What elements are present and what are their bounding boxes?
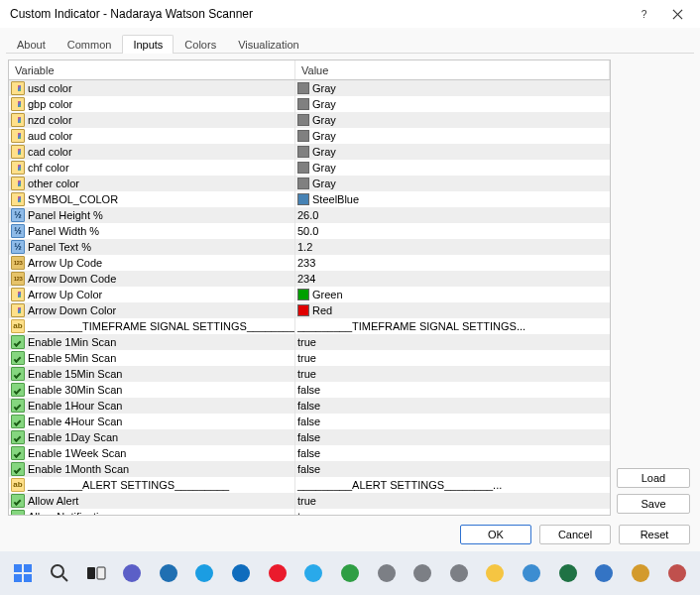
opera-icon[interactable] [264, 559, 291, 587]
table-row[interactable]: Allow Alerttrue [9, 493, 610, 509]
tab-common[interactable]: Common [57, 35, 123, 54]
table-row[interactable]: Arrow Down ColorRed [9, 302, 610, 318]
ok-button[interactable]: OK [460, 525, 531, 544]
chrome-icon[interactable] [482, 559, 509, 587]
variable-name: Panel Width % [28, 225, 99, 237]
reset-button[interactable]: Reset [619, 525, 690, 544]
value-cell[interactable]: Gray [295, 80, 610, 96]
svg-line-8 [62, 576, 67, 581]
telegram-icon[interactable] [300, 559, 327, 587]
table-row[interactable]: Enable 5Min Scantrue [9, 350, 610, 366]
value-cell[interactable]: false [295, 414, 610, 429]
table-row[interactable]: Panel Height %26.0 [9, 207, 610, 223]
table-row[interactable]: nzd colorGray [9, 112, 610, 128]
table-row[interactable]: SYMBOL_COLORSteelBlue [9, 191, 610, 207]
table-row[interactable]: Enable 30Min Scanfalse [9, 382, 610, 398]
globe-icon[interactable] [591, 559, 618, 587]
value-cell[interactable]: false [295, 398, 610, 414]
value-cell[interactable]: true [295, 493, 610, 509]
mail-icon[interactable] [228, 559, 255, 587]
value-cell[interactable]: Gray [295, 128, 610, 144]
teams-icon[interactable] [119, 559, 146, 587]
value-cell[interactable]: Gray [295, 112, 610, 128]
value-cell[interactable]: Gray [295, 144, 610, 160]
tab-about[interactable]: About [6, 35, 57, 54]
color-swatch [297, 162, 309, 174]
column-header-variable[interactable]: Variable [9, 60, 295, 79]
table-row[interactable]: Enable 4Hour Scanfalse [9, 414, 610, 429]
svg-point-18 [378, 564, 396, 582]
help-button[interactable]: ? [627, 1, 660, 27]
value-cell[interactable]: 233 [295, 255, 610, 271]
value-cell[interactable]: 234 [295, 271, 610, 287]
table-row[interactable]: Panel Text %1.2 [9, 239, 610, 255]
column-header-value[interactable]: Value [295, 60, 610, 79]
value-cell[interactable]: true [295, 350, 610, 366]
value-cell[interactable]: Gray [295, 96, 610, 112]
settings-gear-icon[interactable] [446, 559, 473, 587]
cancel-button[interactable]: Cancel [539, 525, 611, 544]
value-cell[interactable]: true [295, 509, 610, 515]
value-cell[interactable]: 1.2 [295, 239, 610, 255]
svg-rect-4 [24, 564, 32, 572]
close-button[interactable] [660, 1, 694, 27]
variable-name: Arrow Up Code [28, 257, 102, 269]
excel-icon[interactable] [554, 559, 581, 587]
table-row[interactable]: Panel Width %50.0 [9, 223, 610, 239]
tab-inputs[interactable]: Inputs [122, 35, 174, 54]
search-icon[interactable] [47, 559, 73, 587]
more-icon[interactable] [409, 559, 436, 587]
table-row[interactable]: aud colorGray [9, 128, 610, 144]
paint-icon[interactable] [337, 559, 364, 587]
table-row[interactable]: _________ALERT SETTINGS_________________… [9, 477, 610, 493]
store-icon[interactable] [156, 559, 182, 587]
tab-visualization[interactable]: Visualization [227, 35, 310, 54]
save-button[interactable]: Save [617, 494, 690, 514]
value-cell[interactable]: false [295, 461, 610, 477]
value-cell[interactable]: _________ALERT SETTINGS________... [295, 477, 610, 493]
value-cell[interactable]: Gray [295, 160, 610, 176]
value-cell[interactable]: 50.0 [295, 223, 610, 239]
mt4-icon[interactable] [519, 559, 545, 587]
start-icon[interactable] [10, 559, 37, 587]
table-row[interactable]: cad colorGray [9, 144, 610, 160]
svg-point-22 [523, 564, 540, 582]
value-cell[interactable]: false [295, 429, 610, 445]
table-row[interactable]: Arrow Up ColorGreen [9, 287, 610, 302]
value-cell[interactable]: 26.0 [295, 207, 610, 223]
jigsaw-icon[interactable] [628, 559, 654, 587]
grid-body[interactable]: usd colorGraygbp colorGraynzd colorGraya… [9, 80, 610, 515]
table-row[interactable]: Enable 1Week Scanfalse [9, 445, 610, 461]
table-row[interactable]: Arrow Up Code233 [9, 255, 610, 271]
value-cell[interactable]: true [295, 334, 610, 350]
table-row[interactable]: Enable 1Min Scantrue [9, 334, 610, 350]
table-row[interactable]: gbp colorGray [9, 96, 610, 112]
table-row[interactable]: Enable 1Day Scanfalse [9, 429, 610, 445]
value-cell[interactable]: SteelBlue [295, 191, 610, 207]
table-row[interactable]: Arrow Down Code234 [9, 271, 610, 287]
table-row[interactable]: Enable 1Month Scanfalse [9, 461, 610, 477]
value-cell[interactable]: true [295, 366, 610, 382]
table-row[interactable]: _________TIMEFRAME SIGNAL SETTINGS______… [9, 318, 610, 334]
inputs-grid: Variable Value usd colorGraygbp colorGra… [8, 60, 611, 516]
app-icon[interactable] [373, 559, 400, 587]
table-row[interactable]: other colorGray [9, 176, 610, 191]
value-cell[interactable]: _________TIMEFRAME SIGNAL SETTINGS... [295, 318, 610, 334]
taskview-icon[interactable] [82, 559, 109, 587]
variable-cell: Enable 1Week Scan [9, 445, 295, 461]
table-row[interactable]: Allow Notificationtrue [9, 509, 610, 515]
tab-colors[interactable]: Colors [174, 35, 227, 54]
table-row[interactable]: Enable 15Min Scantrue [9, 366, 610, 382]
value-cell[interactable]: Green [295, 287, 610, 302]
table-row[interactable]: Enable 1Hour Scanfalse [9, 398, 610, 414]
color-type-icon [11, 177, 25, 190]
value-cell[interactable]: Gray [295, 176, 610, 191]
load-button[interactable]: Load [617, 468, 690, 488]
tool-icon[interactable] [663, 559, 690, 587]
table-row[interactable]: usd colorGray [9, 80, 610, 96]
value-cell[interactable]: Red [295, 302, 610, 318]
value-cell[interactable]: false [295, 382, 610, 398]
edge-icon[interactable] [191, 559, 218, 587]
value-cell[interactable]: false [295, 445, 610, 461]
table-row[interactable]: chf colorGray [9, 160, 610, 176]
